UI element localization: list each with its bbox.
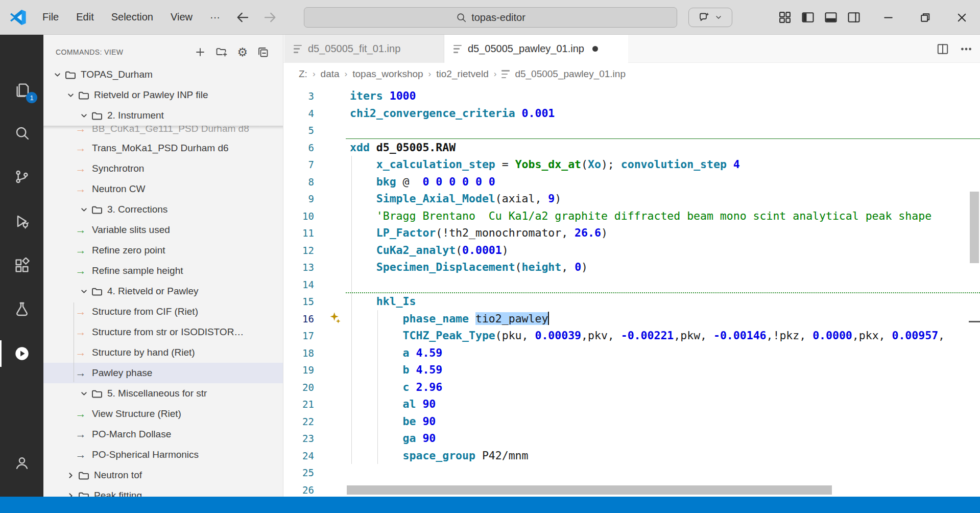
tree-item-5-miscellaneous-for-str[interactable]: 5. Miscellaneous for str bbox=[43, 383, 283, 404]
activitybar-search-icon[interactable] bbox=[0, 116, 43, 149]
code-text[interactable]: xdd d5_05005.RAW bbox=[350, 139, 456, 156]
toggle-secondary-sidebar-icon[interactable] bbox=[847, 10, 861, 25]
activitybar-testing-icon[interactable] bbox=[0, 293, 43, 325]
tree-item-view-structure-riet[interactable]: →View Structure (Riet) bbox=[43, 404, 283, 424]
line-number: 18 bbox=[283, 344, 314, 362]
code-text[interactable]: space_group P42/mnm bbox=[350, 447, 529, 464]
tree-item-refine-sample-height[interactable]: →Refine sample height bbox=[43, 261, 283, 281]
forward-arrow[interactable] bbox=[262, 10, 278, 25]
breadcrumb-item[interactable]: data bbox=[321, 68, 340, 80]
activitybar-account-icon[interactable] bbox=[0, 447, 43, 479]
code-text[interactable]: Specimen_Displacement(height, 0) bbox=[350, 259, 588, 276]
menu-file[interactable]: File bbox=[34, 0, 67, 35]
tree-item-structure-from-str-or-isodistor[interactable]: →Structure from str or ISODISTOR… bbox=[43, 322, 283, 342]
status-bar bbox=[0, 497, 980, 513]
code-text[interactable]: TCHZ_Peak_Type(pku, 0.00039,pkv, -0.0022… bbox=[350, 327, 945, 344]
close-button[interactable] bbox=[943, 0, 980, 35]
minimize-button[interactable] bbox=[870, 0, 906, 35]
chevron-right-icon bbox=[67, 472, 75, 479]
copilot-sparkle-icon[interactable] bbox=[328, 311, 344, 327]
tree-item-peak-fitting[interactable]: Peak fitting bbox=[43, 485, 283, 497]
tree-item-neutron-tof[interactable]: Neutron tof bbox=[43, 465, 283, 485]
horizontal-scrollbar[interactable] bbox=[347, 485, 832, 495]
activitybar-topas-run-icon[interactable] bbox=[0, 337, 43, 370]
breadcrumb-separator-icon: › bbox=[345, 69, 348, 79]
modified-dot-icon[interactable] bbox=[592, 46, 598, 52]
breadcrumb: Z:›data›topas_workshop›tio2_rietveld›d5_… bbox=[283, 63, 980, 85]
activitybar-explorer-icon[interactable]: 1 bbox=[0, 74, 43, 106]
search-input[interactable]: topas-editor bbox=[304, 7, 677, 28]
line-number: 21 bbox=[283, 395, 314, 413]
chevron-down-icon bbox=[80, 206, 88, 214]
breadcrumb-item[interactable]: topas_workshop bbox=[352, 68, 423, 80]
tree-item-po-spherical-harmonics[interactable]: →PO-Spherical Harmonics bbox=[43, 445, 283, 465]
tree-item-rietveld-or-pawley-inp-file[interactable]: Rietveld or Pawley INP file bbox=[43, 85, 283, 105]
tree-item-structure-from-cif-riet[interactable]: →Structure from CIF (Riet) bbox=[43, 301, 283, 322]
code-text[interactable]: ga 90 bbox=[350, 430, 436, 447]
code-text[interactable]: 'Bragg Brentano Cu Ka1/a2 graphite diffr… bbox=[350, 207, 931, 225]
line-number: 11 bbox=[283, 224, 314, 242]
activitybar-run-debug-icon[interactable] bbox=[0, 205, 43, 238]
tree-item-3-corrections[interactable]: 3. Corrections bbox=[43, 199, 283, 220]
code-text[interactable]: chi2_convergence_criteria 0.001 bbox=[350, 105, 555, 122]
tree-item-neutron-cw[interactable]: →Neutron CW bbox=[43, 179, 283, 199]
toggle-panel-icon[interactable] bbox=[824, 10, 838, 25]
tree-item-structure-by-hand-riet[interactable]: →Structure by hand (Riet) bbox=[43, 342, 283, 363]
activitybar-source-control-icon[interactable] bbox=[0, 160, 43, 193]
activitybar-extensions-icon[interactable] bbox=[0, 249, 43, 282]
restore-button[interactable] bbox=[906, 0, 943, 35]
code-line: 16 phase_name tio2_pawley bbox=[283, 310, 980, 328]
editor-tab-2[interactable]: d5_05005_pawley_01.inp bbox=[444, 35, 628, 63]
code-text[interactable]: b 4.59 bbox=[350, 361, 442, 379]
code-text[interactable]: Simple_Axial_Model(axial, 9) bbox=[350, 190, 561, 207]
tree-item-topas-durham[interactable]: TOPAS_Durham bbox=[43, 64, 283, 85]
code-text[interactable]: c 2.96 bbox=[350, 379, 442, 396]
code-text[interactable]: be 90 bbox=[350, 413, 436, 430]
tree-item-po-march-dollase[interactable]: →PO-March Dollase bbox=[43, 424, 283, 445]
gear-icon[interactable]: ⚙ bbox=[237, 46, 248, 58]
menu-view[interactable]: View bbox=[162, 0, 201, 35]
toggle-primary-sidebar-icon[interactable] bbox=[801, 10, 815, 25]
tree-item-synchrotron[interactable]: →Synchrotron bbox=[43, 158, 283, 179]
copilot-button[interactable] bbox=[688, 8, 732, 27]
breadcrumb-separator-icon: › bbox=[313, 69, 316, 79]
code-editor[interactable]: 3iters 10004chi2_convergence_criteria 0.… bbox=[283, 85, 980, 497]
more-actions-icon[interactable] bbox=[960, 42, 973, 56]
collapse-all-icon[interactable] bbox=[257, 46, 269, 58]
tree-item-pawley-phase[interactable]: →Pawley phase bbox=[43, 363, 283, 383]
code-text[interactable]: bkg @ 0 0 0 0 0 0 bbox=[350, 173, 495, 191]
breadcrumb-item[interactable]: tio2_rietveld bbox=[436, 68, 488, 80]
breadcrumb-item[interactable]: d5_05005_pawley_01.inp bbox=[515, 68, 626, 80]
new-folder-icon[interactable] bbox=[216, 46, 228, 58]
code-text[interactable]: al 90 bbox=[350, 395, 436, 413]
tree-item-trans-moka1-psd-durham-d6[interactable]: →Trans_MoKa1_PSD Durham d6 bbox=[43, 138, 283, 158]
back-arrow[interactable] bbox=[235, 10, 250, 25]
menu-selection[interactable]: Selection bbox=[103, 0, 162, 35]
breadcrumb-item[interactable]: Z: bbox=[299, 68, 307, 80]
tree-item-2-instrument[interactable]: 2. Instrument bbox=[43, 105, 283, 126]
run-arrow-icon: → bbox=[74, 162, 87, 175]
split-editor-icon[interactable] bbox=[936, 42, 949, 56]
folder-icon bbox=[91, 389, 103, 399]
code-text[interactable]: iters 1000 bbox=[350, 87, 416, 105]
code-text[interactable]: a 4.59 bbox=[350, 344, 442, 362]
code-text[interactable]: phase_name tio2_pawley bbox=[350, 310, 549, 328]
customize-layout-icon[interactable] bbox=[778, 10, 792, 25]
tree-item-refine-zero-point[interactable]: →Refine zero point bbox=[43, 240, 283, 261]
editor-tab-1[interactable]: d5_05005_fit_01.inp bbox=[284, 35, 444, 63]
vertical-scrollbar[interactable] bbox=[970, 192, 979, 263]
code-text[interactable]: hkl_Is bbox=[350, 293, 416, 310]
new-command-icon[interactable] bbox=[194, 46, 206, 58]
code-text[interactable]: x_calculation_step = Yobs_dx_at(Xo); con… bbox=[350, 156, 740, 173]
more-menus-icon[interactable]: ··· bbox=[201, 0, 229, 35]
code-text[interactable]: CuKa2_analyt(0.0001) bbox=[350, 242, 509, 259]
line-number: 14 bbox=[283, 276, 314, 293]
code-line: 12 CuKa2_analyt(0.0001) bbox=[283, 242, 980, 259]
tree-item-variable-slits-used[interactable]: →Variable slits used bbox=[43, 220, 283, 240]
folder-icon bbox=[65, 70, 76, 80]
menu-edit[interactable]: Edit bbox=[67, 0, 102, 35]
chevron-down-icon bbox=[67, 91, 75, 99]
folder-icon bbox=[91, 205, 103, 215]
code-text[interactable]: LP_Factor(!th2_monochromator, 26.6) bbox=[350, 224, 608, 242]
tree-item-4-rietveld-or-pawley[interactable]: 4. Rietveld or Pawley bbox=[43, 281, 283, 301]
